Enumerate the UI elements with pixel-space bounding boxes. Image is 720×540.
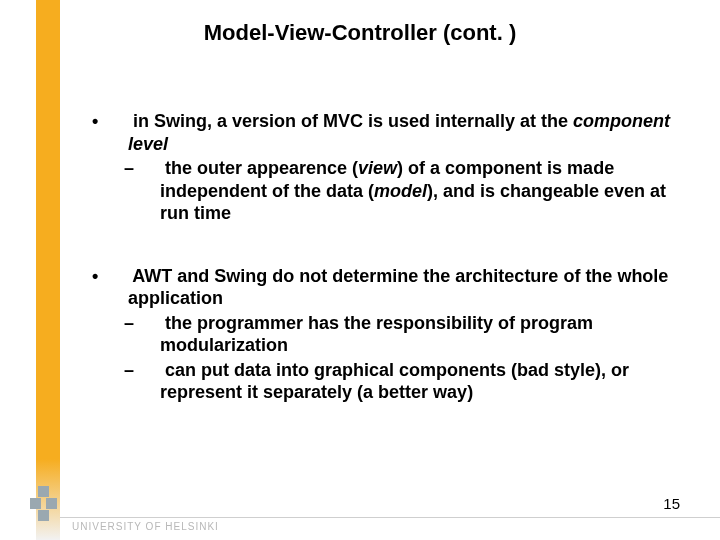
text: the programmer has the responsibility of… [160,313,593,356]
bullet-1: in Swing, a version of MVC is used inter… [90,110,700,225]
sub-bullet-2-1: the programmer has the responsibility of… [90,312,700,357]
side-accent-band [36,0,60,540]
slide-title: Model-View-Controller (cont. ) [0,20,720,46]
sub-bullet-1-1: the outer appearence (view) of a compone… [90,157,700,225]
bullet-2-text: AWT and Swing do not determine the archi… [90,265,700,310]
text: the outer appearence ( [165,158,358,178]
bullet-1-text: in Swing, a version of MVC is used inter… [90,110,700,155]
slide-body: in Swing, a version of MVC is used inter… [90,110,700,444]
emphasis: model [374,181,427,201]
emphasis: view [358,158,397,178]
text: can put data into graphical components (… [160,360,629,403]
university-logo-icon [22,486,66,530]
page-number: 15 [663,495,680,512]
sub-bullet-2-2: can put data into graphical components (… [90,359,700,404]
university-name: UNIVERSITY OF HELSINKI [72,521,219,532]
bullet-2: AWT and Swing do not determine the archi… [90,265,700,404]
footer-divider [60,517,720,518]
text: AWT and Swing do not determine the archi… [128,266,668,309]
text: in Swing, a version of MVC is used inter… [133,111,573,131]
